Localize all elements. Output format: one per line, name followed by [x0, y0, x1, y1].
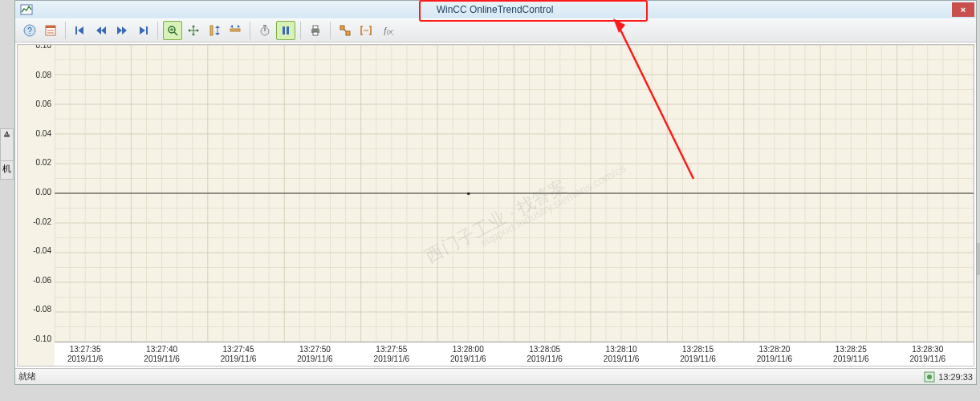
- app-icon: [20, 3, 33, 16]
- x-tick-label: 13:27:502019/11/6: [297, 342, 333, 364]
- y-tick-label: 0.00: [36, 188, 51, 196]
- fx-button[interactable]: ƒ(x): [377, 21, 396, 40]
- svg-rect-130: [467, 192, 470, 195]
- stopwatch-button[interactable]: [255, 21, 274, 40]
- svg-rect-42: [346, 31, 350, 35]
- y-axis-labels: 0.100.080.060.040.020.00-0.02-0.04-0.06-…: [18, 45, 55, 338]
- y-tick-label: -0.10: [33, 334, 51, 343]
- background-fragment: 机: [0, 160, 14, 180]
- svg-rect-35: [283, 26, 285, 34]
- svg-rect-36: [287, 26, 289, 34]
- x-tick-label: 13:28:052019/11/6: [527, 342, 563, 364]
- y-tick-label: 0.08: [36, 70, 51, 79]
- y-tick-label: 0.10: [36, 44, 51, 50]
- svg-marker-30: [230, 25, 233, 28]
- svg-rect-39: [313, 32, 318, 35]
- x-tick-label: 13:28:202019/11/6: [757, 342, 793, 364]
- svg-rect-4: [46, 26, 55, 28]
- svg-marker-11: [117, 26, 122, 34]
- background-fragment: [16, 387, 977, 401]
- zoom-y-button[interactable]: [205, 21, 224, 40]
- svg-marker-31: [238, 25, 240, 28]
- forward-button[interactable]: [112, 21, 132, 40]
- close-button[interactable]: ×: [952, 2, 974, 17]
- x-tick-label: 13:27:402019/11/6: [144, 342, 180, 364]
- titlebar[interactable]: WinCC OnlineTrendControl ×: [15, 1, 976, 18]
- svg-rect-34: [263, 25, 266, 26]
- window-title: WinCC OnlineTrendControl: [38, 4, 952, 15]
- svg-rect-38: [313, 26, 318, 29]
- svg-rect-25: [210, 26, 213, 35]
- svg-rect-7: [75, 26, 77, 34]
- chart-area[interactable]: 0.100.080.060.040.020.00-0.02-0.04-0.06-…: [17, 44, 974, 367]
- trend-control-window: WinCC OnlineTrendControl × ? ƒ(x) 0.100.…: [14, 0, 977, 385]
- toolbar: ? ƒ(x): [15, 18, 976, 43]
- statusbar: 就绪 13:29:33: [15, 368, 976, 384]
- y-tick-label: -0.06: [33, 275, 51, 284]
- x-tick-label: 13:27:452019/11/6: [221, 342, 257, 364]
- svg-line-16: [174, 32, 177, 35]
- svg-text:?: ?: [27, 26, 32, 35]
- svg-marker-10: [101, 26, 106, 34]
- svg-point-134: [927, 375, 932, 379]
- x-tick-label: 13:28:002019/11/6: [450, 342, 486, 364]
- connect-button[interactable]: [335, 21, 355, 40]
- zoom-x-button[interactable]: [226, 21, 245, 40]
- print-button[interactable]: [306, 21, 325, 40]
- help-button[interactable]: ?: [20, 21, 39, 40]
- svg-point-40: [317, 30, 319, 31]
- svg-marker-13: [140, 26, 145, 34]
- svg-line-43: [344, 30, 346, 31]
- x-tick-label: 13:28:102019/11/6: [604, 342, 640, 364]
- first-button[interactable]: [71, 21, 90, 40]
- move-button[interactable]: [184, 21, 203, 40]
- y-tick-label: -0.04: [33, 246, 51, 255]
- svg-text:(x): (x): [387, 28, 393, 35]
- svg-marker-9: [96, 26, 101, 34]
- config-button[interactable]: [41, 21, 60, 40]
- svg-rect-29: [230, 29, 240, 31]
- y-tick-label: -0.02: [33, 217, 51, 225]
- rewind-button[interactable]: [91, 21, 111, 40]
- status-clock: 13:29:33: [938, 372, 973, 382]
- x-axis-labels: 13:27:352019/11/613:27:402019/11/613:27:…: [55, 342, 974, 366]
- background-fragment: [977, 243, 980, 275]
- chart-grid: [55, 45, 974, 342]
- x-tick-label: 13:28:252019/11/6: [833, 342, 869, 364]
- zoom-button[interactable]: [163, 21, 182, 40]
- svg-rect-41: [340, 26, 344, 30]
- y-tick-label: 0.04: [36, 128, 51, 137]
- x-tick-label: 13:28:152019/11/6: [680, 342, 716, 364]
- x-tick-label: 13:27:352019/11/6: [67, 342, 104, 364]
- status-ready: 就绪: [18, 371, 36, 383]
- pause-button[interactable]: [276, 21, 295, 40]
- range-button[interactable]: [356, 21, 376, 40]
- y-tick-label: 0.06: [36, 99, 51, 108]
- last-button[interactable]: [133, 21, 152, 40]
- svg-marker-8: [78, 26, 83, 34]
- y-tick-label: 0.02: [36, 158, 51, 167]
- y-tick-label: -0.08: [33, 305, 51, 314]
- status-connection-icon: [924, 371, 935, 383]
- x-tick-label: 13:28:302019/11/6: [910, 342, 946, 364]
- x-tick-label: 13:27:552019/11/6: [374, 342, 410, 364]
- svg-rect-14: [146, 26, 148, 34]
- svg-marker-12: [122, 26, 127, 34]
